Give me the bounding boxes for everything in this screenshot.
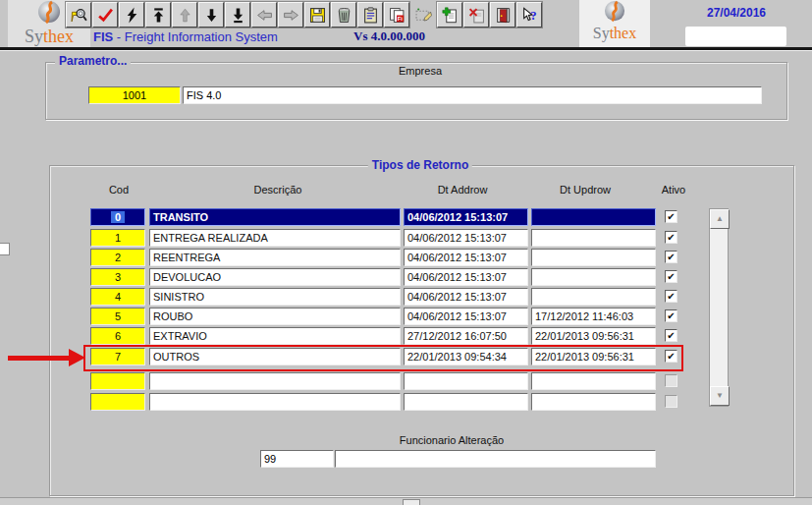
- scroll-down-button[interactable]: ▼: [710, 386, 730, 406]
- toolbar: Fi?: [66, 2, 543, 28]
- grid-cell-dt_addrow-row-2[interactable]: 04/06/2012 15:13:07: [404, 249, 528, 266]
- ativo-checkbox-row-3[interactable]: ✔: [665, 270, 677, 283]
- edit-grid-icon: [415, 7, 432, 24]
- ativo-checkbox-row-2[interactable]: ✔: [665, 251, 677, 263]
- confirm-icon: [97, 7, 114, 24]
- print-report-icon: Fi: [389, 7, 406, 24]
- remove-record-button[interactable]: [463, 2, 489, 28]
- grid-cell-cod-row-2[interactable]: 2: [90, 249, 145, 266]
- funcionario-nome-field[interactable]: [335, 450, 656, 468]
- clipboard-icon: [362, 7, 379, 24]
- delete-icon: [336, 7, 352, 24]
- first-record-button[interactable]: [145, 2, 171, 28]
- search-button[interactable]: [66, 2, 91, 28]
- col-header-cod: Cod: [109, 184, 129, 196]
- grid-cell-dt_updrow-row-6[interactable]: 22/01/2013 09:56:31: [531, 327, 656, 345]
- cancel-icon: [124, 7, 140, 24]
- grid-cell-descricao-row-5[interactable]: ROUBO: [149, 308, 401, 325]
- grid-cell-dt_addrow-row-5[interactable]: 04/06/2012 15:13:07: [404, 308, 528, 325]
- col-header-dt-addrow: Dt Addrow: [438, 184, 488, 196]
- delete-button[interactable]: [331, 2, 356, 28]
- ativo-checkbox-row-4[interactable]: ✔: [665, 290, 677, 303]
- remove-record-icon: [468, 7, 485, 24]
- page-left-button[interactable]: [251, 2, 277, 28]
- grid-cell-dt_addrow-row-1[interactable]: 04/06/2012 15:13:07: [404, 229, 528, 247]
- next-record-button[interactable]: [198, 2, 224, 28]
- grid-cell-dt_updrow-row-5[interactable]: 17/12/2012 11:46:03: [531, 308, 656, 325]
- ativo-checkbox-row-9[interactable]: [665, 395, 677, 408]
- funcionario-cod-field[interactable]: [260, 450, 334, 468]
- pointer-arrow: [8, 356, 69, 361]
- sythex-sphere-icon: [604, 0, 625, 23]
- grid-cell-dt_addrow-row-8[interactable]: [404, 372, 528, 390]
- last-record-button[interactable]: [225, 2, 250, 28]
- page-left-icon: [256, 7, 273, 24]
- sythex-sphere-icon: [37, 0, 61, 25]
- grid-cell-cod-row-5[interactable]: 5: [90, 308, 145, 325]
- grid-cell-descricao-row-6[interactable]: EXTRAVIO: [149, 327, 401, 345]
- first-record-icon: [150, 7, 167, 24]
- grid-cell-cod-row-0[interactable]: 0: [90, 208, 145, 226]
- grid-cell-dt_updrow-row-3[interactable]: [531, 268, 656, 286]
- save-button[interactable]: [304, 2, 330, 28]
- ativo-checkbox-row-1[interactable]: ✔: [665, 231, 677, 244]
- grid-cell-dt_updrow-row-1[interactable]: [531, 229, 656, 247]
- tipos-retorno-legend: Tipos de Retorno: [368, 158, 472, 172]
- grid-cell-cod-row-4[interactable]: 4: [90, 288, 145, 306]
- insert-record-icon: [442, 7, 459, 24]
- grid-cell-dt_addrow-row-0[interactable]: 04/06/2012 15:13:07: [404, 208, 528, 226]
- confirm-button[interactable]: [92, 2, 118, 28]
- grid-cell-cod-row-1[interactable]: 1: [90, 229, 145, 247]
- grid-cell-descricao-row-3[interactable]: DEVOLUCAO: [149, 268, 401, 286]
- col-header-descricao: Descrição: [254, 184, 302, 196]
- ativo-checkbox-row-8[interactable]: [665, 374, 677, 387]
- app-title: FIS - Freight Information System: [93, 29, 278, 44]
- grid-cell-cod-row-9[interactable]: [90, 393, 145, 411]
- clipboard-button[interactable]: [357, 2, 383, 28]
- grid-cell-dt_updrow-row-9[interactable]: [531, 393, 656, 411]
- grid-cell-cod-row-8[interactable]: [90, 372, 145, 390]
- exit-button[interactable]: [490, 2, 515, 28]
- selected-cod-value: 0: [111, 211, 125, 223]
- ativo-checkbox-row-5[interactable]: ✔: [665, 309, 677, 322]
- scroll-up-button[interactable]: ▲: [710, 209, 730, 229]
- grid-cell-descricao-row-0[interactable]: TRANSITO: [149, 208, 401, 226]
- grid-cell-dt_addrow-row-9[interactable]: [404, 393, 528, 411]
- grid-cell-dt_updrow-row-4[interactable]: [531, 288, 656, 306]
- help-button[interactable]: ?: [516, 2, 542, 28]
- grid-cell-descricao-row-9[interactable]: [149, 393, 401, 411]
- print-report-button[interactable]: Fi: [384, 2, 409, 28]
- grid-cell-descricao-row-1[interactable]: ENTREGA REALIZADA: [149, 229, 401, 247]
- page-right-icon: [283, 7, 299, 24]
- cancel-button[interactable]: [119, 2, 144, 28]
- bottom-scrollbar[interactable]: [0, 497, 812, 505]
- grid-cell-descricao-row-8[interactable]: [149, 372, 401, 390]
- window-edge-fragment: [0, 243, 10, 255]
- grid-scrollbar[interactable]: ▲ ▼: [709, 208, 729, 407]
- empresa-cod-field[interactable]: [88, 86, 181, 104]
- grid-cell-dt_addrow-row-6[interactable]: 27/12/2012 16:07:50: [404, 327, 528, 345]
- grid-cell-dt_updrow-row-2[interactable]: [531, 249, 656, 266]
- grid-cell-cod-row-3[interactable]: 3: [90, 268, 145, 286]
- app-window: Sythex Fi? FIS - Freight Information Sys…: [0, 0, 812, 505]
- empresa-nome-field[interactable]: [183, 86, 762, 104]
- bottom-scrollbar-thumb[interactable]: [403, 499, 420, 505]
- redacted-user-box: [685, 27, 786, 46]
- page-right-button[interactable]: [278, 2, 303, 28]
- grid-cell-dt_updrow-row-0[interactable]: [531, 208, 656, 226]
- insert-record-button[interactable]: [437, 2, 462, 28]
- brand-wordmark: Sythex: [8, 28, 90, 45]
- grid-cell-dt_updrow-row-8[interactable]: [531, 372, 656, 390]
- prior-record-button[interactable]: [172, 2, 197, 28]
- col-header-dt-updrow: Dt Updrow: [560, 184, 611, 196]
- ativo-checkbox-row-0[interactable]: ✔: [665, 210, 677, 223]
- grid-cell-dt_addrow-row-4[interactable]: 04/06/2012 15:13:07: [404, 288, 528, 306]
- ativo-checkbox-row-6[interactable]: ✔: [665, 329, 677, 342]
- grid-cell-descricao-row-4[interactable]: SINISTRO: [149, 288, 401, 306]
- exit-icon: [495, 7, 512, 24]
- help-icon: ?: [521, 7, 538, 24]
- grid-cell-cod-row-6[interactable]: 6: [90, 327, 145, 345]
- grid-cell-dt_addrow-row-3[interactable]: 04/06/2012 15:13:07: [404, 268, 528, 286]
- grid-cell-descricao-row-2[interactable]: REENTREGA: [149, 249, 401, 266]
- edit-grid-button[interactable]: [410, 2, 436, 28]
